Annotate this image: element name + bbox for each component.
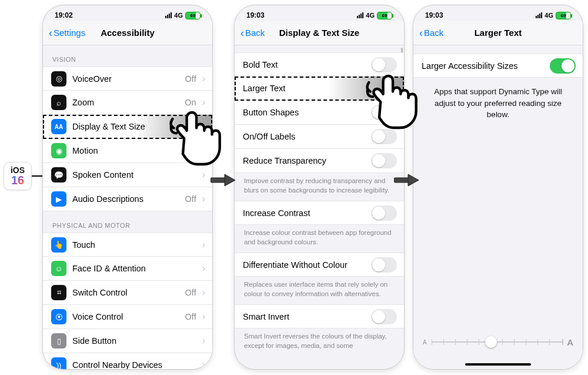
chevron-left-icon: ‹ (419, 28, 423, 38)
nav-bar: ‹ Back Larger Text (413, 21, 583, 45)
signal-icon (536, 12, 542, 18)
content-area: Larger Accessibility Sizes Apps that sup… (413, 45, 583, 369)
battery-icon: 69 (556, 12, 571, 19)
row-onoff-labels[interactable]: On/Off Labels (235, 125, 404, 149)
toggle-button-shapes[interactable] (371, 105, 397, 120)
note-transparency: Improve contrast by reducing transparenc… (235, 173, 404, 201)
back-button[interactable]: ‹ Back (240, 28, 265, 38)
ios16-badge: iOS 16 (4, 162, 32, 190)
battery-icon: 69 (185, 12, 201, 19)
ios-version: 16 (11, 174, 24, 186)
note-smart-invert: Smart Invert reverses the colours of the… (235, 328, 404, 356)
network-label: 4G (174, 12, 183, 19)
back-label: Back (245, 28, 265, 38)
battery-icon: 69 (377, 12, 392, 19)
voicectl-icon: ⦿ (51, 309, 66, 324)
chevron-right-icon: › (202, 145, 205, 156)
back-label: Back (424, 28, 443, 38)
content-scroll[interactable]: Bold Text Larger Text › Button Shapes On… (235, 45, 404, 369)
chevron-right-icon: › (202, 263, 205, 274)
voiceover-icon: ◎ (51, 71, 66, 87)
page-title: Display & Text Size (279, 28, 359, 38)
toggle-reduce-transparency[interactable] (371, 153, 397, 168)
row-voiceover[interactable]: ◎ VoiceOver Off › (43, 67, 212, 91)
phone-accessibility: 19:02 4G 69 ‹ Settings Accessibility VIS… (42, 5, 213, 370)
row-larger-accessibility-sizes[interactable]: Larger Accessibility Sizes (413, 54, 583, 78)
row-bold-text[interactable]: Bold Text (235, 52, 404, 77)
signal-icon (357, 12, 363, 18)
status-bar: 19:03 4G 69 (235, 5, 404, 21)
slider-max-label: A (567, 337, 573, 347)
toggle-bold-text[interactable] (371, 57, 397, 72)
row-increase-contrast[interactable]: Increase Contrast (235, 201, 404, 225)
chevron-right-icon: › (202, 240, 205, 250)
page-title: Accessibility (101, 28, 155, 38)
chevron-right-icon: › (202, 287, 205, 298)
row-audio-descriptions[interactable]: ▶ Audio Descriptions Off › (43, 187, 212, 211)
chevron-left-icon: ‹ (49, 28, 52, 38)
row-diff-without-colour[interactable]: Differentiate Without Colour (235, 253, 404, 277)
faceid-icon: ☺ (51, 261, 66, 276)
motion-icon: ◉ (51, 143, 66, 158)
chevron-right-icon: › (202, 311, 205, 322)
chevron-right-icon: › (202, 121, 205, 132)
status-bar: 19:03 4G 69 (413, 5, 583, 21)
back-button[interactable]: ‹ Settings (49, 28, 85, 38)
back-label: Settings (54, 28, 85, 38)
row-display-text-size[interactable]: AA Display & Text Size › (43, 115, 212, 139)
toggle-smart-invert[interactable] (371, 309, 397, 324)
row-larger-text[interactable]: Larger Text › (235, 77, 404, 101)
row-smart-invert[interactable]: Smart Invert (235, 304, 404, 328)
network-label: 4G (544, 12, 553, 19)
chevron-right-icon: › (202, 170, 205, 180)
content-scroll[interactable]: VISION ◎ VoiceOver Off › ⌕ Zoom On › AA … (43, 45, 212, 369)
status-bar: 19:02 4G 69 (43, 5, 212, 21)
note-contrast: Increase colour contrast between app for… (235, 225, 404, 253)
row-reduce-transparency[interactable]: Reduce Transparency (235, 149, 404, 173)
row-spoken-content[interactable]: 💬 Spoken Content › (43, 163, 212, 187)
row-touch[interactable]: 👆 Touch › (43, 233, 212, 257)
row-side-button[interactable]: ▯ Side Button › (43, 329, 212, 353)
flow-arrow-icon (394, 172, 420, 188)
phone-larger-text: 19:03 4G 69 ‹ Back Larger Text Larger Ac… (413, 5, 583, 370)
status-time: 19:03 (246, 11, 265, 19)
flow-arrow-icon (211, 172, 236, 188)
audiodesc-icon: ▶ (51, 191, 66, 207)
back-button[interactable]: ‹ Back (419, 28, 443, 38)
row-faceid[interactable]: ☺ Face ID & Attention › (43, 257, 212, 281)
chevron-right-icon: › (202, 194, 205, 204)
page-title: Larger Text (475, 28, 522, 38)
touch-icon: 👆 (51, 237, 66, 253)
row-nearby-devices[interactable]: )) Control Nearby Devices › (43, 353, 212, 369)
note-diff-colour: Replaces user interface items that rely … (235, 277, 404, 304)
row-switch-control[interactable]: ⌗ Switch Control Off › (43, 281, 212, 305)
chevron-right-icon: › (202, 97, 205, 108)
home-indicator (465, 363, 531, 366)
chevron-right-icon: › (202, 336, 205, 346)
switch-icon: ⌗ (51, 285, 66, 300)
dynamic-type-description: Apps that support Dynamic Type will adju… (413, 78, 583, 129)
toggle-increase-contrast[interactable] (371, 205, 397, 221)
chevron-left-icon: ‹ (240, 28, 244, 38)
chevron-right-icon: › (394, 83, 397, 94)
row-button-shapes[interactable]: Button Shapes (235, 101, 404, 125)
section-header-vision: VISION (43, 45, 212, 67)
text-size-slider[interactable]: A A (423, 336, 573, 348)
toggle-larger-sizes[interactable] (550, 58, 576, 74)
toggle-onoff-labels[interactable] (371, 129, 397, 144)
sidebtn-icon: ▯ (51, 333, 66, 349)
row-motion[interactable]: ◉ Motion › (43, 139, 212, 163)
badge-connector (32, 175, 42, 177)
textsize-icon: AA (51, 119, 66, 134)
phone-display-text-size: 19:03 4G 69 ‹ Back Display & Text Size B… (234, 5, 405, 370)
slider-thumb[interactable] (485, 336, 497, 348)
spoken-icon: 💬 (51, 167, 66, 182)
row-zoom[interactable]: ⌕ Zoom On › (43, 91, 212, 115)
svg-rect-0 (211, 178, 226, 182)
nearby-icon: )) (51, 357, 66, 369)
signal-icon (165, 12, 172, 18)
row-voice-control[interactable]: ⦿ Voice Control Off › (43, 305, 212, 329)
section-header-physical: PHYSICAL AND MOTOR (43, 211, 212, 233)
nav-bar: ‹ Settings Accessibility (43, 21, 212, 45)
toggle-diff-colour[interactable] (371, 257, 397, 273)
